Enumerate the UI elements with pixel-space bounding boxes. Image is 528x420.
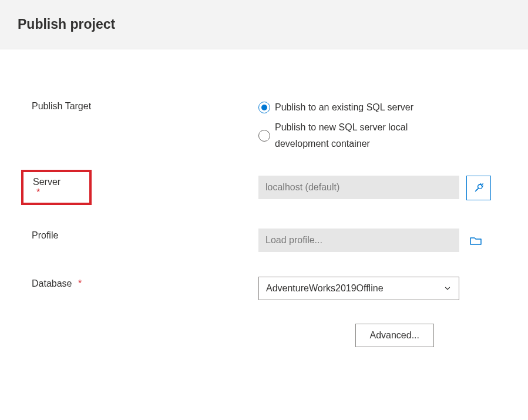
publish-target-radio-group: Publish to an existing SQL server Publis… xyxy=(258,99,463,152)
connect-server-button[interactable] xyxy=(466,176,491,200)
browse-profile-button[interactable] xyxy=(466,229,485,253)
radio-button-icon xyxy=(258,102,270,113)
row-publish-target: Publish Target Publish to an existing SQ… xyxy=(29,99,499,152)
database-dropdown-value: AdventureWorks2019Offline xyxy=(266,283,384,294)
radio-button-icon xyxy=(258,130,270,142)
folder-icon xyxy=(469,234,483,248)
label-database: Database * xyxy=(29,277,258,289)
row-profile: Profile xyxy=(29,229,499,253)
database-dropdown[interactable]: AdventureWorks2019Offline xyxy=(258,277,459,300)
radio-label: Publish to new SQL server local developm… xyxy=(275,119,463,152)
server-input[interactable] xyxy=(258,176,459,199)
radio-option-new-container[interactable]: Publish to new SQL server local developm… xyxy=(258,119,463,152)
button-row: Advanced... xyxy=(29,324,499,347)
plug-icon xyxy=(472,182,485,194)
label-publish-target: Publish Target xyxy=(29,99,258,112)
label-profile: Profile xyxy=(29,229,258,241)
radio-option-existing-server[interactable]: Publish to an existing SQL server xyxy=(258,99,463,116)
row-server: Server * xyxy=(29,176,499,205)
dialog-content: Publish Target Publish to an existing SQ… xyxy=(0,49,528,371)
advanced-button[interactable]: Advanced... xyxy=(355,324,435,347)
dialog-header: Publish project xyxy=(0,0,528,49)
dialog-title: Publish project xyxy=(18,16,510,32)
chevron-down-icon xyxy=(443,284,452,293)
required-asterisk: * xyxy=(36,187,40,197)
profile-input[interactable] xyxy=(258,229,459,252)
required-asterisk: * xyxy=(78,278,82,288)
radio-label: Publish to an existing SQL server xyxy=(275,99,413,116)
label-server: Server * xyxy=(21,170,92,205)
row-database: Database * AdventureWorks2019Offline xyxy=(29,277,499,300)
